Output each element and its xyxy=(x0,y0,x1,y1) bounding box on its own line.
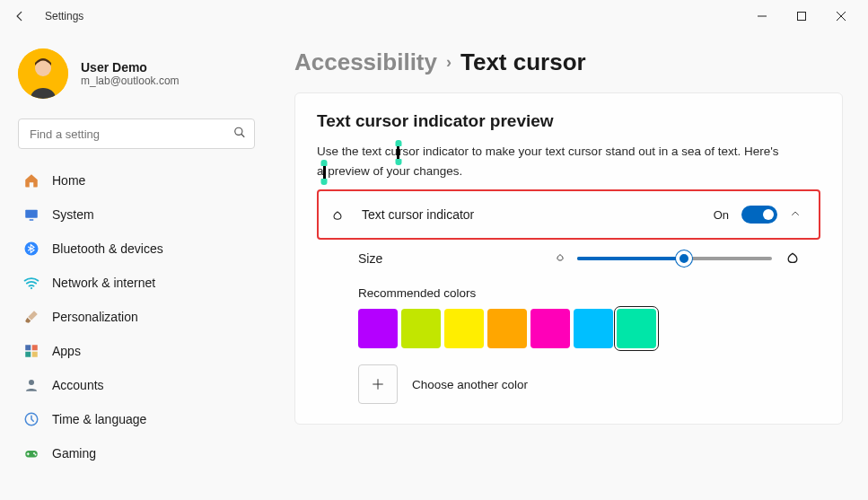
chevron-right-icon: › xyxy=(446,53,452,72)
profile-name: User Demo xyxy=(81,60,180,75)
preview-card: Text cursor indicator preview Use the te… xyxy=(294,92,843,425)
svg-point-4 xyxy=(235,127,242,135)
profile-block[interactable]: User Demo m_lab@outlook.com xyxy=(14,41,259,113)
size-label: Size xyxy=(358,251,538,266)
sidebar-item-label: Bluetooth & devices xyxy=(52,241,163,256)
color-swatches xyxy=(358,309,802,348)
sidebar-item-label: Network & internet xyxy=(52,276,155,290)
sidebar-item-home[interactable]: Home xyxy=(14,163,259,197)
sidebar-item-system[interactable]: System xyxy=(14,197,259,232)
search-icon xyxy=(233,127,246,142)
preview-description: Use the text cursor indicator to make yo… xyxy=(317,142,784,180)
color-swatch[interactable] xyxy=(530,309,570,348)
svg-point-17 xyxy=(33,452,35,454)
color-swatch[interactable] xyxy=(401,309,441,348)
color-swatch[interactable] xyxy=(617,309,656,348)
svg-point-9 xyxy=(31,287,32,289)
svg-rect-10 xyxy=(25,345,31,350)
choose-another-label: Choose another color xyxy=(412,378,528,391)
svg-line-5 xyxy=(241,134,245,137)
sidebar-item-label: Accounts xyxy=(52,378,104,392)
maximize-button[interactable] xyxy=(782,2,821,31)
back-button[interactable] xyxy=(7,4,32,29)
svg-rect-12 xyxy=(25,352,31,357)
breadcrumb-parent[interactable]: Accessibility xyxy=(294,48,437,76)
svg-rect-1 xyxy=(798,13,806,21)
home-icon xyxy=(23,172,39,189)
gaming-icon xyxy=(23,445,39,461)
card-title: Text cursor indicator preview xyxy=(317,111,820,131)
close-button[interactable] xyxy=(821,2,861,31)
svg-point-18 xyxy=(35,454,37,456)
sidebar-item-network-internet[interactable]: Network & internet xyxy=(14,266,259,300)
sidebar-item-accounts[interactable]: Accounts xyxy=(14,368,259,402)
breadcrumb-current: Text cursor xyxy=(460,48,586,76)
avatar xyxy=(18,48,68,99)
sidebar-item-label: System xyxy=(52,207,94,222)
sidebar-item-bluetooth-devices[interactable]: Bluetooth & devices xyxy=(14,232,259,266)
accounts-icon xyxy=(23,377,39,393)
sidebar: User Demo m_lab@outlook.com HomeSystemBl… xyxy=(0,32,269,500)
sidebar-item-label: Gaming xyxy=(52,446,96,461)
search-box xyxy=(18,118,255,149)
breadcrumb: Accessibility › Text cursor xyxy=(294,48,843,76)
titlebar: Settings xyxy=(0,0,868,32)
cursor-outline-icon xyxy=(328,206,347,223)
sidebar-item-apps[interactable]: Apps xyxy=(14,334,259,368)
minimize-button[interactable] xyxy=(742,2,782,31)
color-swatch[interactable] xyxy=(487,309,527,348)
sidebar-item-gaming[interactable]: Gaming xyxy=(14,436,259,470)
svg-rect-7 xyxy=(30,219,34,221)
sidebar-item-label: Apps xyxy=(52,344,81,358)
window-title: Settings xyxy=(45,10,83,22)
search-input[interactable] xyxy=(18,118,255,149)
svg-point-14 xyxy=(29,380,34,385)
main-content: Accessibility › Text cursor Text cursor … xyxy=(269,32,868,500)
indicator-state: On xyxy=(714,208,729,222)
apps-icon xyxy=(23,343,39,359)
size-slider[interactable] xyxy=(577,250,772,268)
svg-rect-6 xyxy=(25,210,38,218)
sidebar-item-personalization[interactable]: Personalization xyxy=(14,300,259,334)
text-cursor-indicator-preview-2 xyxy=(323,165,326,179)
sidebar-item-label: Personalization xyxy=(52,310,138,324)
system-icon xyxy=(23,206,39,223)
colors-label: Recommended colors xyxy=(358,286,802,300)
svg-rect-13 xyxy=(32,352,38,357)
settings-window: Settings xyxy=(0,0,868,500)
wifi-icon xyxy=(23,275,39,291)
choose-another-color-button[interactable] xyxy=(358,364,398,404)
sidebar-item-label: Time & language xyxy=(52,412,146,426)
text-cursor-indicator-preview-1 xyxy=(397,145,399,159)
desc-text-1: Use the text cu xyxy=(317,145,398,158)
indicator-label: Text cursor indicator xyxy=(362,207,714,222)
large-cursor-icon xyxy=(783,247,802,270)
sidebar-item-time-language[interactable]: Time & language xyxy=(14,402,259,436)
profile-email: m_lab@outlook.com xyxy=(81,75,180,87)
small-cursor-icon xyxy=(554,250,566,267)
indicator-toggle[interactable] xyxy=(741,206,777,224)
svg-rect-11 xyxy=(32,345,38,350)
color-swatch[interactable] xyxy=(444,309,484,348)
colors-section: Recommended colors Choose another color xyxy=(317,277,820,404)
paintbrush-icon xyxy=(23,309,39,325)
clock-icon xyxy=(23,411,39,427)
nav-list: HomeSystemBluetooth & devicesNetwork & i… xyxy=(14,163,259,470)
text-cursor-indicator-row[interactable]: Text cursor indicator On xyxy=(317,189,820,240)
size-row: Size xyxy=(317,240,820,277)
color-swatch[interactable] xyxy=(358,309,398,348)
sidebar-item-label: Home xyxy=(52,173,85,188)
desc-text-3: preview of your changes. xyxy=(325,164,463,178)
chevron-up-icon[interactable] xyxy=(790,208,801,222)
bluetooth-icon xyxy=(23,241,39,257)
choose-another-row: Choose another color xyxy=(358,364,802,404)
color-swatch[interactable] xyxy=(574,309,613,348)
